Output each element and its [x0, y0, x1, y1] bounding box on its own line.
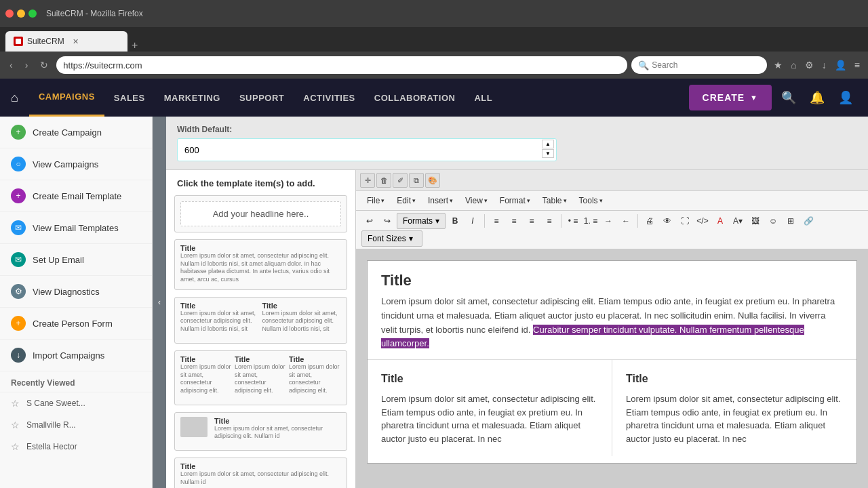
- fullscreen-button[interactable]: ⛶: [677, 213, 693, 229]
- align-center-button[interactable]: ≡: [506, 213, 522, 229]
- canvas-table: Title Lorem ipsum dolor sit amet, consec…: [368, 359, 856, 456]
- template-item-image-text[interactable]: Title Lorem ipsum dolor sit amet, consec…: [174, 412, 347, 451]
- sidebar-item-import-campaigns[interactable]: ↓ Import Campaigns: [0, 340, 152, 371]
- browser-search-input[interactable]: [652, 60, 753, 70]
- nav-item-campaigns[interactable]: CAMPAIGNS: [29, 79, 104, 117]
- width-decrement-button[interactable]: ▼: [542, 149, 554, 158]
- template-three-col-title-2: Title: [235, 355, 287, 363]
- user-profile-button[interactable]: 👤: [834, 86, 857, 109]
- menu-view[interactable]: View ▾: [460, 194, 493, 207]
- unordered-list-button[interactable]: • ≡: [565, 213, 581, 229]
- justify-button[interactable]: ≡: [541, 213, 557, 229]
- edit-element-button[interactable]: ✐: [393, 173, 408, 188]
- recently-viewed-item-3[interactable]: ☆ Estella Hector: [0, 436, 152, 458]
- highlight-color-button[interactable]: A▾: [730, 213, 746, 229]
- menu-format[interactable]: Format ▾: [494, 194, 536, 207]
- nav-item-collaboration[interactable]: COLLABORATION: [365, 79, 465, 117]
- bold-button[interactable]: B: [447, 213, 463, 229]
- menu-insert[interactable]: Insert ▾: [422, 194, 458, 207]
- refresh-button[interactable]: ↻: [36, 58, 52, 72]
- back-button[interactable]: ‹: [5, 58, 17, 72]
- width-input[interactable]: [177, 138, 557, 161]
- template-three-col-title-1: Title: [180, 355, 233, 363]
- nav-item-sales[interactable]: SALES: [104, 79, 155, 117]
- template-item-text-image[interactable]: Title Lorem ipsum dolor sit amet, consec…: [174, 458, 347, 488]
- link-button[interactable]: 🔗: [800, 213, 816, 229]
- browser-search-box[interactable]: 🔍: [631, 56, 767, 74]
- image-button[interactable]: 🖼: [747, 213, 764, 229]
- minimize-window-button[interactable]: [17, 9, 25, 18]
- align-right-button[interactable]: ≡: [524, 213, 540, 229]
- active-tab[interactable]: SuiteCRM ✕: [5, 31, 127, 52]
- canvas-title: Title: [368, 261, 856, 295]
- menu-file[interactable]: File ▾: [361, 194, 390, 207]
- move-element-button[interactable]: ✛: [360, 173, 375, 188]
- menu-edit[interactable]: Edit ▾: [391, 194, 421, 207]
- sidebar-item-view-diagnostics[interactable]: ⚙ View Diagnostics: [0, 276, 152, 308]
- create-dropdown-arrow: ▼: [750, 94, 758, 102]
- canvas-table-title-2: Title: [626, 371, 843, 387]
- nav-item-activities[interactable]: ACTIVITIES: [294, 79, 365, 117]
- preview-button[interactable]: 👁: [659, 213, 675, 229]
- content-editor: File ▾ Edit ▾ Insert ▾: [356, 191, 868, 488]
- sidebar-item-create-person-form[interactable]: + Create Person Form: [0, 308, 152, 340]
- print-button[interactable]: 🖨: [642, 213, 658, 229]
- template-item-three-column[interactable]: Title Lorem ipsum dolor sit amet, consec…: [174, 350, 347, 405]
- extensions-icon[interactable]: ⚙: [802, 58, 816, 72]
- home-icon[interactable]: ⌂: [788, 58, 799, 72]
- menu-icon[interactable]: ≡: [852, 58, 863, 72]
- font-size-dropdown[interactable]: Font Sizes ▾: [361, 230, 422, 247]
- menu-tools[interactable]: Tools ▾: [574, 194, 608, 207]
- notifications-button[interactable]: 🔔: [806, 86, 829, 109]
- redo-button[interactable]: ↪: [379, 213, 395, 229]
- home-nav-icon[interactable]: ⌂: [11, 91, 18, 105]
- recently-viewed-star-1: ☆: [11, 398, 20, 409]
- template-item-single-column[interactable]: Title Lorem ipsum dolor sit amet, consec…: [174, 239, 347, 290]
- maximize-window-button[interactable]: [28, 9, 37, 18]
- menu-table[interactable]: Table ▾: [537, 194, 572, 207]
- undo-button[interactable]: ↩: [361, 213, 378, 229]
- profile-icon[interactable]: 👤: [832, 58, 849, 72]
- create-button[interactable]: CREATE ▼: [689, 85, 772, 110]
- formats-dropdown[interactable]: Formats ▾: [397, 213, 446, 229]
- template-headline-placeholder: Add your headline here..: [180, 201, 341, 226]
- recently-viewed-item-2[interactable]: ☆ Smallville R...: [0, 414, 152, 436]
- source-button[interactable]: </>: [694, 213, 711, 229]
- emoji-button[interactable]: ☺: [765, 213, 781, 229]
- import-campaigns-icon: ↓: [11, 348, 26, 363]
- recently-viewed-item-1[interactable]: ☆ S Cane Sweet...: [0, 392, 152, 414]
- tab-close-button[interactable]: ✕: [73, 37, 79, 46]
- sidebar-item-view-email-templates[interactable]: ✉ View Email Templates: [0, 212, 152, 244]
- width-increment-button[interactable]: ▲: [542, 140, 554, 148]
- template-item-headline[interactable]: Add your headline here..: [174, 195, 347, 232]
- sidebar-item-create-campaign[interactable]: + Create Campaign: [0, 117, 152, 148]
- font-color-button[interactable]: A: [712, 213, 728, 229]
- bookmark-icon[interactable]: ★: [771, 58, 785, 72]
- address-input[interactable]: [56, 56, 627, 74]
- main-navigation: CAMPAIGNS SALES MARKETING SUPPORT ACTIVI…: [29, 79, 502, 117]
- nav-item-all[interactable]: ALL: [465, 79, 502, 117]
- align-left-button[interactable]: ≡: [488, 213, 505, 229]
- sidebar-item-view-campaigns[interactable]: ○ View Campaigns: [0, 148, 152, 180]
- table-button[interactable]: ⊞: [783, 213, 799, 229]
- sidebar-item-create-email-template[interactable]: + Create Email Template: [0, 180, 152, 212]
- editor-canvas[interactable]: Title Lorem ipsum dolor sit amet, consec…: [356, 249, 868, 488]
- copy-element-button[interactable]: ⧉: [409, 173, 424, 188]
- forward-button[interactable]: ›: [21, 58, 33, 72]
- ordered-list-button[interactable]: 1. ≡: [583, 213, 599, 229]
- nav-item-marketing[interactable]: MARKETING: [155, 79, 230, 117]
- nav-item-support[interactable]: SUPPORT: [230, 79, 294, 117]
- element-toolbar: ✛ 🗑 ✐ ⧉ 🎨: [356, 170, 868, 191]
- style-element-button[interactable]: 🎨: [425, 173, 440, 188]
- new-tab-button[interactable]: +: [132, 39, 138, 52]
- downloads-icon[interactable]: ↓: [819, 58, 829, 72]
- delete-element-button[interactable]: 🗑: [376, 173, 391, 188]
- italic-button[interactable]: I: [465, 213, 481, 229]
- close-window-button[interactable]: [5, 9, 14, 18]
- search-nav-button[interactable]: 🔍: [777, 86, 800, 109]
- sidebar-toggle-button[interactable]: ‹: [153, 117, 166, 488]
- indent-button[interactable]: →: [600, 213, 616, 229]
- template-item-two-column[interactable]: Title Lorem ipsum dolor sit amet, consec…: [174, 297, 347, 344]
- sidebar-item-set-up-email[interactable]: ✉ Set Up Email: [0, 244, 152, 276]
- outdent-button[interactable]: ←: [618, 213, 634, 229]
